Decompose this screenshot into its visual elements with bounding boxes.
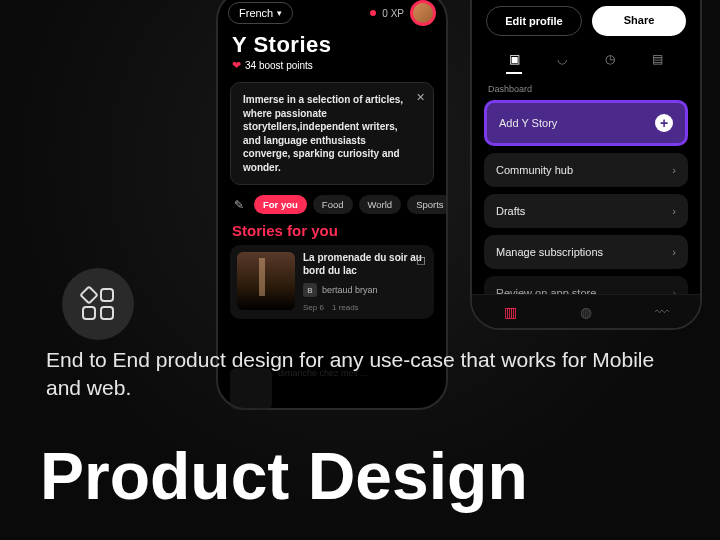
dashboard-menu: Add Y Story + Community hub › Drafts › M… xyxy=(472,100,700,310)
tab-grid-icon[interactable]: ▣ xyxy=(501,48,528,70)
dashboard-label: Dashboard xyxy=(472,74,700,100)
edit-profile-button[interactable]: Edit profile xyxy=(486,6,582,36)
app-title: Y Stories xyxy=(218,30,446,58)
chip-for-you[interactable]: For you xyxy=(254,195,307,214)
chevron-right-icon: › xyxy=(672,205,676,217)
story-date: Sep 6 xyxy=(303,303,324,312)
promo-text: Immerse in a selection of articles, wher… xyxy=(243,93,405,174)
story-reads: 1 reads xyxy=(332,303,359,312)
menu-label: Drafts xyxy=(496,205,525,217)
boost-row: ❤ 34 boost points xyxy=(218,58,446,80)
language-selector[interactable]: French ▾ xyxy=(228,2,293,24)
menu-subscriptions[interactable]: Manage subscriptions › xyxy=(484,235,688,269)
author-name: bertaud bryan xyxy=(322,285,378,295)
top-bar: French ▾ 0 XP xyxy=(218,0,446,30)
chevron-right-icon: › xyxy=(672,246,676,258)
tab-cup-icon[interactable]: ◡ xyxy=(549,48,575,70)
tab-feed-icon[interactable]: ◍ xyxy=(580,304,592,320)
boost-points: 34 boost points xyxy=(245,60,313,71)
author-badge: B xyxy=(303,283,317,297)
profile-buttons: Edit profile Share xyxy=(486,6,686,36)
tab-clock-icon[interactable]: ◷ xyxy=(597,48,623,70)
heart-icon: ❤ xyxy=(232,59,241,72)
menu-label: Manage subscriptions xyxy=(496,246,603,258)
avatar[interactable] xyxy=(410,0,436,26)
feature-badge xyxy=(62,268,134,340)
menu-add-story[interactable]: Add Y Story + xyxy=(484,100,688,146)
menu-label: Community hub xyxy=(496,164,573,176)
chip-food[interactable]: Food xyxy=(313,195,353,214)
bookmark-icon[interactable]: ◻ xyxy=(416,253,426,267)
apps-grid-icon xyxy=(82,288,114,320)
tab-home-icon[interactable]: ▥ xyxy=(504,304,517,320)
promo-card: Immerse in a selection of articles, wher… xyxy=(230,82,434,185)
phone-mockup-profile: 0 Followers Edit profile Share ▣ ◡ ◷ ▤ D… xyxy=(470,0,702,330)
profile-tabs: ▣ ◡ ◷ ▤ xyxy=(472,46,700,74)
story-meta: La promenade du soir au bord du lac B be… xyxy=(303,252,427,312)
xp-group: 0 XP xyxy=(370,0,436,26)
story-card[interactable]: La promenade du soir au bord du lac B be… xyxy=(230,245,434,319)
marketing-copy: End to End product design for any use-ca… xyxy=(46,346,680,403)
close-icon[interactable]: ✕ xyxy=(416,91,425,104)
menu-drafts[interactable]: Drafts › xyxy=(484,194,688,228)
plus-icon: + xyxy=(655,114,673,132)
language-label: French xyxy=(239,7,273,19)
share-button[interactable]: Share xyxy=(592,6,686,36)
record-dot-icon xyxy=(370,10,376,16)
marketing-headline: Product Design xyxy=(40,438,528,514)
section-heading: Stories for you xyxy=(218,222,446,245)
promo-canvas: French ▾ 0 XP Y Stories ❤ 34 boost point… xyxy=(0,0,720,540)
story-thumbnail xyxy=(237,252,295,310)
story-subline: Sep 6 1 reads xyxy=(303,303,427,312)
tab-archive-icon[interactable]: ▤ xyxy=(644,48,671,70)
menu-community-hub[interactable]: Community hub › xyxy=(484,153,688,187)
chevron-right-icon: › xyxy=(672,164,676,176)
chevron-down-icon: ▾ xyxy=(277,8,282,18)
story-title: La promenade du soir au bord du lac xyxy=(303,252,427,277)
xp-value: 0 XP xyxy=(382,8,404,19)
chip-sports[interactable]: Sports xyxy=(407,195,446,214)
menu-label: Add Y Story xyxy=(499,117,557,129)
bottom-tab-bar: ▥ ◍ 〰 xyxy=(472,294,700,328)
category-chips: ✎ For you Food World Sports Healt xyxy=(218,193,446,222)
author-row: B bertaud bryan xyxy=(303,283,427,297)
chip-world[interactable]: World xyxy=(359,195,402,214)
edit-icon[interactable]: ✎ xyxy=(230,196,248,214)
tab-stats-icon[interactable]: 〰 xyxy=(655,304,669,320)
